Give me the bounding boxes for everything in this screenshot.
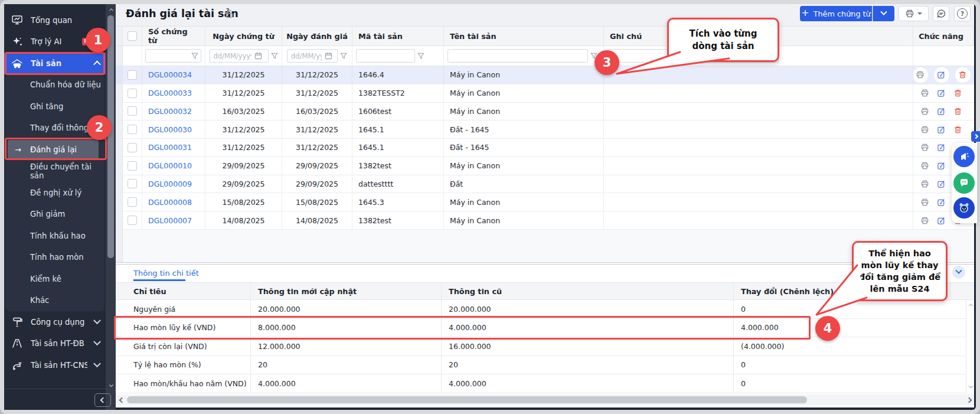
sidebar-item-assets-ht-cns[interactable]: Tài sản HT-CNS — [4, 354, 106, 376]
column-header-note[interactable]: Ghi chú — [604, 27, 913, 45]
filter-doc-date-input[interactable] — [213, 51, 253, 61]
table-row[interactable]: DGL000010 29/09/2025 29/09/2025 1382test… — [116, 157, 974, 175]
detail-row[interactable]: Nguyên giá 20.000.000 20.000.000 0 — [116, 300, 974, 319]
print-row-button[interactable] — [920, 178, 930, 189]
edit-row-button[interactable] — [936, 142, 947, 153]
column-header-asset-code[interactable]: Mã tài sản — [352, 27, 444, 45]
edit-row-button[interactable] — [936, 161, 947, 171]
filter-funnel-icon[interactable] — [191, 53, 198, 60]
sidebar-subitem[interactable]: → Ghi tăng — [5, 96, 104, 118]
scroll-left-icon[interactable] — [119, 397, 125, 403]
scroll-down-icon[interactable] — [968, 385, 973, 390]
add-document-dropdown-button[interactable] — [873, 6, 894, 21]
doc-no-link[interactable]: DGL000033 — [148, 89, 192, 97]
unlock-icon[interactable] — [224, 9, 234, 19]
detail-vertical-scrollbar[interactable] — [966, 300, 974, 393]
collapse-detail-button[interactable] — [952, 266, 965, 279]
sidebar-item-assets-ht-db[interactable]: Tài sản HT-ĐB — [4, 333, 106, 355]
row-checkbox[interactable] — [128, 179, 137, 188]
table-row[interactable]: DGL000032 16/03/2025 16/03/2025 1606test… — [116, 103, 974, 121]
sidebar-collapse-button[interactable] — [94, 393, 111, 407]
calendar-icon[interactable] — [325, 52, 332, 60]
row-checkbox[interactable] — [128, 216, 137, 225]
sidebar-subitem[interactable]: → Tính hao mòn — [5, 247, 104, 269]
sidebar-subitem[interactable]: → Khác — [5, 290, 104, 312]
edit-row-button[interactable] — [936, 197, 947, 207]
row-checkbox[interactable] — [128, 197, 137, 207]
doc-no-link[interactable]: DGL000032 — [148, 107, 192, 116]
table-row[interactable]: DGL000031 31/12/2025 31/12/2025 1645.1 Đ… — [116, 139, 974, 157]
delete-row-button[interactable] — [953, 106, 963, 116]
edit-row-button[interactable] — [936, 124, 947, 135]
doc-no-link[interactable]: DGL000008 — [148, 198, 192, 207]
tab-detail-info[interactable]: Thông tin chi tiết — [133, 269, 199, 278]
sidebar-item-assets[interactable]: Tài sản — [4, 53, 106, 74]
filter-funnel-icon[interactable] — [590, 53, 597, 60]
add-document-button[interactable]: + Thêm chứng từ — [800, 6, 872, 21]
scroll-up-icon[interactable] — [968, 302, 973, 307]
doc-no-link[interactable]: DGL000007 — [148, 216, 192, 225]
detail-row[interactable]: Hao mòn/khấu hao năm (VND) 4.000.000 4.0… — [116, 374, 974, 393]
doc-no-link[interactable]: DGL000031 — [148, 143, 192, 152]
row-checkbox[interactable] — [128, 125, 137, 134]
row-checkbox[interactable] — [128, 106, 137, 116]
delete-row-button[interactable] — [955, 67, 971, 83]
print-button[interactable] — [899, 6, 929, 21]
scroll-right-icon[interactable] — [966, 397, 972, 403]
assistant-mascot-button[interactable] — [953, 197, 975, 219]
sidebar-subitem[interactable]: → Thay đổi thông tin — [5, 118, 104, 139]
print-row-button[interactable] — [920, 142, 930, 153]
filter-doc-no-input[interactable] — [148, 51, 190, 61]
feedback-button[interactable] — [933, 6, 949, 21]
sidebar-subitem[interactable]: → Chuẩn hóa dữ liệu — [5, 74, 104, 96]
calendar-icon[interactable] — [254, 52, 262, 60]
filter-asset-name-input[interactable] — [450, 51, 585, 61]
delete-row-button[interactable] — [953, 88, 963, 99]
sidebar-subitem[interactable]: → Ghi giảm — [5, 204, 104, 226]
column-header-doc-no[interactable]: Số chứng từ — [142, 27, 205, 45]
sidebar-subitem[interactable]: → Đánh giá lại — [5, 139, 104, 161]
expand-helper-tab[interactable] — [971, 131, 980, 142]
edit-row-button[interactable] — [936, 106, 947, 116]
doc-no-link[interactable]: DGL000030 — [148, 125, 192, 134]
detail-row[interactable]: Giá trị còn lại (VND) 12.000.000 16.000.… — [116, 337, 974, 356]
filter-note-input[interactable] — [610, 51, 776, 61]
doc-no-link[interactable]: DGL000034 — [148, 70, 192, 79]
scroll-up-icon[interactable] — [108, 6, 114, 12]
edit-row-button[interactable] — [934, 67, 949, 83]
print-row-button[interactable] — [920, 88, 930, 99]
table-row[interactable]: DGL000009 29/09/2025 29/09/2025 dattestt… — [116, 175, 974, 194]
sidebar-subitem[interactable]: → Đề nghị xử lý — [5, 182, 104, 204]
column-header-eval-date[interactable]: Ngày đánh giá — [282, 27, 352, 45]
sidebar-item-ai-assistant[interactable]: Trợ lý AI NEW — [4, 31, 106, 53]
edit-row-button[interactable] — [936, 88, 947, 99]
filter-funnel-icon[interactable] — [271, 53, 278, 60]
detail-row[interactable]: Hao mòn lũy kế (VND) 8.000.000 4.000.000… — [116, 319, 974, 338]
doc-no-link[interactable]: DGL000009 — [148, 180, 192, 188]
print-row-button[interactable] — [920, 215, 930, 226]
row-checkbox[interactable] — [128, 70, 137, 80]
column-header-doc-date[interactable]: Ngày chứng từ — [205, 27, 282, 45]
table-row[interactable]: DGL000034 31/12/2025 31/12/2025 1646.4 M… — [116, 66, 974, 84]
select-all-checkbox[interactable] — [128, 31, 137, 41]
table-row[interactable]: DGL000007 14/08/2025 14/08/2025 1382test… — [116, 211, 974, 230]
table-row[interactable]: DGL000033 31/12/2025 31/12/2025 1382TESS… — [116, 84, 974, 103]
detail-row[interactable]: Tỷ lệ hao mòn (%) 20 20 0 — [116, 356, 974, 375]
sidebar-item-tools[interactable]: Công cụ dụng cụ — [4, 311, 106, 333]
support-chat-button[interactable] — [953, 172, 975, 194]
print-row-button[interactable] — [920, 161, 930, 171]
filter-eval-date-input[interactable] — [290, 51, 323, 61]
row-checkbox[interactable] — [128, 161, 137, 171]
announcement-button[interactable] — [953, 146, 975, 167]
row-checkbox[interactable] — [128, 89, 137, 98]
edit-row-button[interactable] — [936, 215, 947, 226]
edit-row-button[interactable] — [936, 178, 947, 189]
print-row-button[interactable] — [913, 67, 928, 83]
filter-asset-code-input[interactable] — [359, 51, 412, 61]
sidebar-scrollbar-thumb[interactable] — [107, 15, 114, 258]
help-button[interactable]: ? — [954, 6, 971, 21]
sidebar-subitem[interactable]: → Tính khấu hao — [5, 225, 104, 247]
row-checkbox[interactable] — [128, 143, 137, 152]
horizontal-scrollbar-thumb[interactable] — [127, 396, 807, 403]
delete-row-button[interactable] — [953, 124, 963, 135]
